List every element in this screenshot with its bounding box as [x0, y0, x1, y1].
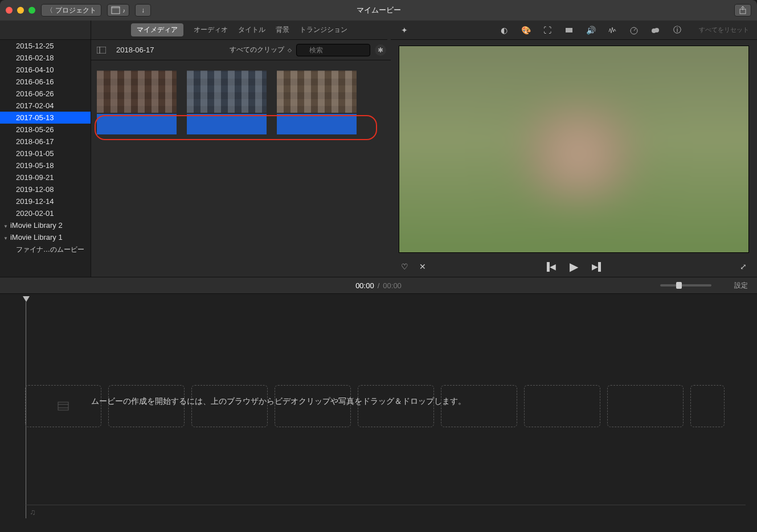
clip-thumbnail: [277, 71, 357, 113]
info-icon[interactable]: ⓘ: [672, 24, 683, 36]
next-frame-button[interactable]: ▶▌: [592, 261, 604, 272]
favorite-heart-icon[interactable]: ♡: [399, 261, 410, 272]
event-item[interactable]: 2019-12-08: [0, 183, 91, 195]
library-sub-item[interactable]: ファイナ…のムービー: [0, 243, 91, 256]
time-separator: /: [378, 281, 380, 290]
svg-line-7: [634, 28, 636, 31]
clip-audio-waveform: [187, 114, 267, 134]
filter-clouds-icon[interactable]: [650, 24, 661, 36]
browser-event-title: 2018-06-17: [116, 46, 154, 54]
color-balance-icon[interactable]: ◐: [498, 24, 510, 36]
event-item[interactable]: 2016-04-10: [0, 64, 91, 76]
event-item[interactable]: 2015-12-25: [0, 40, 91, 52]
fullscreen-icon[interactable]: ⤢: [738, 261, 749, 272]
sidebar-toggle-icon[interactable]: [96, 44, 107, 56]
filmstrip-placeholder-icon: [58, 402, 69, 411]
search-wrap: 🔍: [296, 44, 370, 56]
svg-point-9: [654, 28, 659, 32]
timeline-audio-track[interactable]: ♫: [25, 505, 746, 521]
clips-area: [91, 60, 391, 277]
svg-rect-5: [566, 28, 572, 32]
close-window-button[interactable]: [6, 7, 13, 14]
event-item[interactable]: 2019-12-14: [0, 195, 91, 207]
chevron-left-icon: 〈: [46, 6, 53, 15]
play-button[interactable]: ▶: [568, 261, 580, 272]
timeline-drop-slot[interactable]: [25, 385, 101, 427]
color-correction-icon[interactable]: 🎨: [520, 24, 531, 36]
stabilization-icon[interactable]: [563, 24, 575, 36]
share-icon: [739, 6, 747, 14]
event-item[interactable]: 2019-09-21: [0, 171, 91, 183]
event-item[interactable]: 2019-05-18: [0, 159, 91, 171]
event-item[interactable]: 2018-06-17: [0, 136, 91, 148]
clip-audio-waveform: [277, 114, 357, 134]
event-item[interactable]: 2016-06-16: [0, 76, 91, 88]
updown-arrows-icon: ◇: [288, 47, 292, 53]
titlebar: 〈 プロジェクト ♪ ↓ マイムービー: [0, 0, 757, 21]
share-button[interactable]: [734, 4, 751, 17]
volume-icon[interactable]: 🔊: [585, 24, 596, 36]
media-import-button[interactable]: ♪: [107, 4, 129, 17]
event-item[interactable]: 2016-06-26: [0, 88, 91, 100]
filmstrip-icon: [111, 6, 120, 14]
timeline-settings-button[interactable]: 設定: [734, 281, 748, 290]
preview-panel: ✦ ◐ 🎨 ⛶ 🔊 ⓘ すべてをリセット ♡ ✕: [391, 21, 757, 277]
playhead-handle[interactable]: [23, 296, 30, 302]
speed-icon[interactable]: [628, 24, 640, 36]
library-2[interactable]: iMovie Library 2: [0, 219, 91, 231]
window-controls: [6, 7, 35, 14]
event-sidebar: マイメディア オーディオ タイトル 背景 トランジション 2015-12-25 …: [0, 21, 91, 277]
clip-thumbnail: [97, 71, 177, 113]
media-clip[interactable]: [277, 71, 357, 134]
timeline-drop-slot[interactable]: [607, 385, 684, 427]
svg-rect-10: [58, 402, 68, 410]
library-1[interactable]: iMovie Library 1: [0, 231, 91, 243]
event-list: 2015-12-25 2016-02-18 2016-04-10 2016-06…: [0, 40, 91, 256]
clip-filter-dropdown[interactable]: すべてのクリップ ◇: [230, 45, 292, 55]
adjustment-toolbar: ✦ ◐ 🎨 ⛶ 🔊 ⓘ すべてをリセット: [391, 21, 757, 40]
noise-equalizer-icon[interactable]: [607, 24, 618, 36]
fullscreen-window-button[interactable]: [28, 7, 35, 14]
media-browser: 2018-06-17 すべてのクリップ ◇ 🔍 ✱: [91, 21, 391, 277]
event-item[interactable]: 2016-02-18: [0, 52, 91, 64]
browser-settings-button[interactable]: ✱: [375, 44, 386, 56]
timeline-drop-slot[interactable]: [690, 385, 725, 427]
svg-rect-3: [97, 47, 106, 54]
event-item[interactable]: 2017-02-04: [0, 100, 91, 112]
browser-toolbar: 2018-06-17 すべてのクリップ ◇ 🔍 ✱: [91, 40, 391, 60]
video-preview[interactable]: [399, 46, 749, 253]
reject-x-icon[interactable]: ✕: [417, 261, 428, 272]
import-download-button[interactable]: ↓: [135, 4, 151, 17]
crop-icon[interactable]: ⛶: [542, 24, 553, 36]
timecode-bar: 00:00 / 00:00 設定: [0, 277, 757, 294]
reset-all-button[interactable]: すべてをリセット: [699, 26, 749, 34]
search-input[interactable]: [296, 44, 370, 56]
timeline-drop-slot[interactable]: [524, 385, 600, 427]
window-title: マイムービー: [357, 5, 401, 15]
svg-rect-1: [112, 7, 120, 9]
music-note-icon: ♫: [30, 508, 36, 517]
timeline-drop-hint: ムービーの作成を開始するには、上のブラウザからビデオクリップや写真をドラッグ＆ド…: [91, 396, 466, 407]
back-label: プロジェクト: [55, 6, 96, 15]
enhance-wand-icon[interactable]: ✦: [399, 24, 410, 36]
transport-controls: ♡ ✕ ▐◀ ▶ ▶▌ ⤢: [391, 256, 757, 277]
event-item[interactable]: 2020-02-01: [0, 207, 91, 219]
download-arrow-icon: ↓: [141, 6, 145, 14]
event-item[interactable]: 2018-05-26: [0, 124, 91, 136]
music-note-icon: ♪: [122, 7, 125, 14]
media-clip[interactable]: [97, 71, 177, 134]
event-item[interactable]: 2019-01-05: [0, 148, 91, 159]
back-to-projects-button[interactable]: 〈 プロジェクト: [41, 4, 101, 17]
current-time: 00:00: [355, 281, 374, 290]
media-clip[interactable]: [187, 71, 267, 134]
minimize-window-button[interactable]: [17, 7, 24, 14]
timeline[interactable]: ムービーの作成を開始するには、上のブラウザからビデオクリップや写真をドラッグ＆ド…: [0, 294, 757, 532]
prev-frame-button[interactable]: ▐◀: [545, 261, 556, 272]
timeline-zoom-slider[interactable]: [660, 284, 711, 287]
total-time: 00:00: [383, 281, 402, 290]
clip-thumbnail: [187, 71, 267, 113]
event-item-selected[interactable]: 2017-05-13: [0, 112, 91, 124]
gear-icon: ✱: [378, 46, 383, 54]
clip-audio-waveform: [97, 114, 177, 134]
